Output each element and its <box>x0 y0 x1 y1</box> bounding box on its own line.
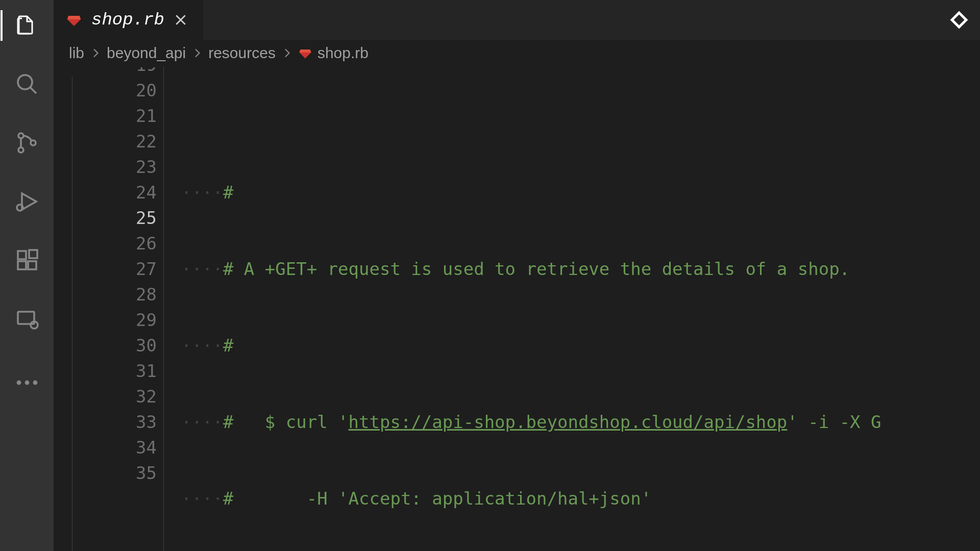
svg-marker-23 <box>299 49 311 53</box>
svg-line-1 <box>30 87 36 93</box>
crumb-filename: shop.rb <box>317 44 369 62</box>
search-icon[interactable] <box>12 69 42 99</box>
svg-rect-10 <box>29 250 37 258</box>
code-editor[interactable]: 19 20 21 22 23 24 25 26 27 28 29 30 31 3… <box>54 66 980 551</box>
svg-rect-9 <box>28 261 36 269</box>
explorer-icon[interactable] <box>12 10 42 41</box>
code-line: ····# <box>181 180 980 205</box>
activity-bar <box>0 0 54 551</box>
code-line: ····# $ curl 'https://api-shop.beyondsho… <box>181 409 980 435</box>
svg-point-4 <box>31 140 36 145</box>
svg-point-13 <box>16 381 21 385</box>
svg-point-15 <box>33 381 37 385</box>
chevron-right-icon <box>89 47 102 59</box>
tab-label: shop.rb <box>91 10 164 30</box>
tab-actions <box>948 0 980 40</box>
crumb-resources[interactable]: resources <box>208 44 276 62</box>
ruby-file-icon <box>66 12 82 28</box>
close-icon[interactable] <box>174 13 188 27</box>
run-debug-icon[interactable] <box>12 186 42 217</box>
copilot-icon[interactable] <box>948 9 970 31</box>
more-icon[interactable] <box>12 367 42 398</box>
svg-marker-5 <box>22 193 36 210</box>
ruby-file-icon <box>298 46 312 60</box>
svg-rect-7 <box>18 251 26 259</box>
breadcrumb[interactable]: lib beyond_api resources shop.rb <box>54 40 980 66</box>
source-control-icon[interactable] <box>12 128 42 158</box>
tab-bar: shop.rb <box>54 0 980 40</box>
chevron-right-icon <box>191 47 203 59</box>
crumb-lib[interactable]: lib <box>69 44 84 62</box>
svg-point-3 <box>18 147 23 153</box>
svg-rect-8 <box>18 261 26 269</box>
main-area: shop.rb lib beyond_api resources shop.rb… <box>54 0 980 551</box>
svg-marker-17 <box>67 16 81 19</box>
code-line: ····# <box>181 333 980 358</box>
code-line: ····# -H 'Accept: application/hal+json' <box>181 486 980 511</box>
crumb-beyond-api[interactable]: beyond_api <box>107 44 186 62</box>
code-content[interactable]: ····# ····# A +GET+ request is used to r… <box>181 66 980 551</box>
svg-point-2 <box>18 133 23 138</box>
chevron-right-icon <box>281 47 293 59</box>
tab-shop-rb[interactable]: shop.rb <box>54 0 204 40</box>
svg-point-14 <box>24 381 29 385</box>
line-gutter: 19 20 21 22 23 24 25 26 27 28 29 30 31 3… <box>54 66 181 551</box>
extensions-icon[interactable] <box>12 245 42 276</box>
code-line: ····# A +GET+ request is used to retriev… <box>181 256 980 282</box>
svg-point-0 <box>18 75 32 89</box>
remote-icon[interactable] <box>12 304 42 334</box>
svg-point-6 <box>17 205 23 211</box>
crumb-file[interactable]: shop.rb <box>298 44 369 62</box>
